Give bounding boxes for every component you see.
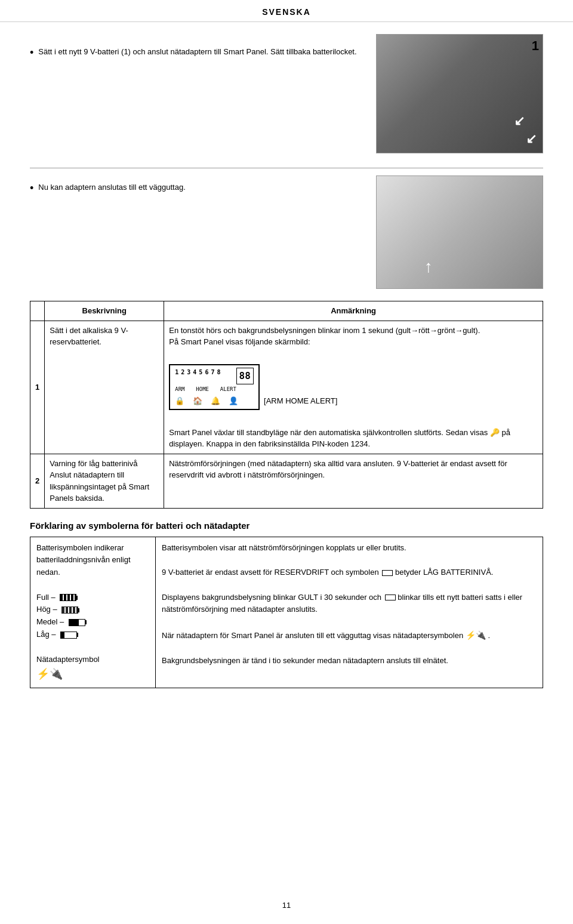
battery-med-icon [69, 619, 85, 626]
page-number: 11 [282, 901, 291, 910]
arm-num-row: 1 2 3 4 5 6 7 8 88 [175, 368, 254, 384]
image-adapter-wall: ↑ [376, 175, 543, 289]
arm-display: 1 2 3 4 5 6 7 8 88 ARM [169, 364, 260, 410]
bullet-text-2: Nu kan adaptern anslutas till ett väggut… [38, 181, 185, 193]
table-col-desc-header: Beskrivning [45, 301, 164, 321]
adapter-symbol: ⚡🔌 [36, 668, 63, 680]
table-row-1-note: En tonstöt hörs och bakgrundsbelysningen… [164, 321, 543, 454]
second-text: • Nu kan adaptern anslutas till ett vägg… [30, 175, 364, 289]
lower-table-row: Batterisymbolen indikerar batteriladdnin… [30, 537, 543, 688]
arrow-icon: ↙ [514, 113, 525, 129]
bullet-dot-2: • [30, 183, 33, 193]
page-title: SVENSKA [262, 7, 311, 17]
second-section: • Nu kan adaptern anslutas till ett vägg… [30, 175, 543, 289]
main-table: Beskrivning Anmärkning 1 Sätt i det alka… [30, 301, 543, 509]
lock-icon: 🔒 [175, 395, 184, 407]
lower-table: Batterisymbolen indikerar batteriladdnin… [30, 537, 543, 689]
arrow-icon-3: ↑ [424, 257, 433, 276]
low-battery-rect-icon [382, 570, 393, 576]
table-row-2: 2 Varning för låg batterinivå Anslut nät… [30, 454, 543, 508]
table-col-num-header [30, 301, 45, 321]
page-header: SVENSKA [0, 0, 573, 22]
table-row-1: 1 Sätt i det alkaliska 9 V-reservbatteri… [30, 321, 543, 454]
table-row-2-desc: Varning för låg batterinivå Anslut nätad… [45, 454, 164, 508]
arm-digits: 88 [236, 368, 254, 384]
battery-high-icon [61, 606, 78, 614]
table-col-note-header: Anmärkning [164, 301, 543, 321]
table-row-2-note: Nätströmförsörjningen (med nätadaptern) … [164, 454, 543, 508]
arm-label-text: [ARM HOME ALERT] [264, 396, 337, 405]
top-section: • Sätt i ett nytt 9 V-batteri (1) och an… [30, 34, 543, 153]
bullet-item-1: • Sätt i ett nytt 9 V-batteri (1) och an… [30, 46, 364, 58]
content-area: • Sätt i ett nytt 9 V-batteri (1) och an… [0, 22, 573, 700]
lower-left-cell: Batterisymbolen indikerar batteriladdnin… [30, 537, 156, 688]
second-image-container: ↑ [376, 175, 543, 289]
home-icon: 🏠 [193, 395, 202, 407]
image-battery-panel: ↙ ↙ 1 [376, 34, 543, 153]
person-icon: 👤 [229, 395, 238, 407]
page-footer: 11 [0, 891, 573, 914]
battery-full-icon [60, 594, 76, 601]
adapter-symbol-inline: ⚡🔌 [466, 630, 486, 640]
table-row-1-num: 1 [30, 321, 45, 454]
table-row-1-desc: Sätt i det alkaliska 9 V-reservbatteriet… [45, 321, 164, 454]
arm-label-row: ARM HOME ALERT [175, 386, 254, 394]
bullet-text-1: Sätt i ett nytt 9 V-batteri (1) och ansl… [38, 46, 356, 58]
image-label-1: 1 [532, 38, 539, 54]
bullet-dot-1: • [30, 47, 33, 58]
display-rect-icon [385, 595, 396, 600]
lower-right-cell: Batterisymbolen visar att nätströmförsör… [156, 537, 543, 688]
table-row-2-num: 2 [30, 454, 45, 508]
top-images: ↙ ↙ 1 [376, 34, 543, 153]
arm-icon-row: 🔒 🏠 🔔 👤 [175, 395, 254, 407]
key-icon: 🔑 [490, 428, 500, 437]
arrow-icon-2: ↙ [526, 131, 537, 147]
top-text: • Sätt i ett nytt 9 V-batteri (1) och an… [30, 34, 364, 153]
bell-icon: 🔔 [211, 395, 220, 407]
bullet-item-2: • Nu kan adaptern anslutas till ett vägg… [30, 181, 364, 193]
section-divider-1 [30, 168, 543, 168]
forklaring-header: Förklaring av symbolerna för batteri och… [30, 520, 543, 531]
battery-low-icon [60, 632, 77, 639]
